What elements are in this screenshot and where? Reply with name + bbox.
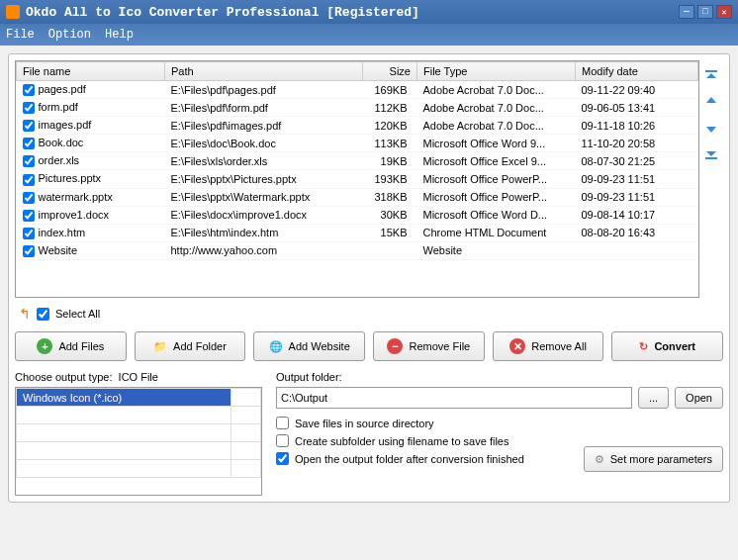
- save-source-checkbox[interactable]: [276, 417, 289, 429]
- remove-all-button[interactable]: ✕Remove All: [493, 331, 604, 361]
- table-row[interactable]: Pictures.pptxE:\Files\pptx\Pictures.pptx…: [17, 170, 698, 188]
- row-checkbox[interactable]: [23, 245, 35, 257]
- output-type-row[interactable]: Windows Icon (*.ico): [17, 389, 261, 407]
- x-icon: ✕: [509, 338, 525, 354]
- table-row[interactable]: improve1.docxE:\Files\docx\improve1.docx…: [17, 206, 698, 224]
- create-subfolder-label: Create subfolder using filename to save …: [295, 435, 508, 447]
- table-row[interactable]: watermark.pptxE:\Files\pptx\Watermark.pp…: [17, 188, 698, 206]
- move-top-icon[interactable]: [703, 68, 719, 84]
- gear-icon: ⚙: [595, 453, 604, 466]
- row-checkbox[interactable]: [23, 210, 35, 222]
- minus-icon: −: [387, 338, 403, 354]
- row-checkbox[interactable]: [23, 192, 35, 204]
- set-more-parameters-button[interactable]: ⚙Set more parameters: [584, 446, 723, 472]
- select-all-label: Select All: [55, 308, 100, 320]
- row-checkbox[interactable]: [23, 138, 35, 149]
- menu-bar: File Option Help: [0, 24, 738, 46]
- add-files-button[interactable]: +Add Files: [15, 331, 127, 361]
- close-button[interactable]: ✕: [716, 5, 732, 19]
- convert-button[interactable]: ↻Convert: [611, 331, 723, 361]
- col-filetype[interactable]: File Type: [417, 62, 576, 81]
- output-type-value: ICO File: [119, 371, 158, 383]
- add-website-button[interactable]: 🌐Add Website: [253, 331, 365, 361]
- window-title: Okdo All to Ico Converter Professional […: [26, 5, 676, 20]
- col-filename[interactable]: File name: [17, 62, 165, 81]
- output-folder-label: Output folder:: [276, 371, 723, 383]
- table-row[interactable]: form.pdfE:\Files\pdf\form.pdf112KBAdobe …: [17, 99, 698, 117]
- folder-icon: 📁: [153, 340, 167, 353]
- app-logo-icon: [6, 5, 20, 19]
- create-subfolder-checkbox[interactable]: [276, 434, 289, 447]
- reorder-buttons: [699, 60, 723, 298]
- file-list[interactable]: File name Path Size File Type Modify dat…: [15, 60, 699, 298]
- output-type-grid[interactable]: Windows Icon (*.ico): [15, 387, 262, 496]
- col-path[interactable]: Path: [165, 62, 363, 81]
- open-button[interactable]: Open: [675, 387, 723, 409]
- move-bottom-icon[interactable]: [703, 145, 719, 161]
- minimize-button[interactable]: —: [679, 5, 694, 19]
- table-row[interactable]: Book.docE:\Files\doc\Book.doc113KBMicros…: [17, 135, 698, 152]
- output-folder-input[interactable]: [276, 387, 632, 409]
- row-checkbox[interactable]: [23, 228, 35, 239]
- menu-help[interactable]: Help: [105, 28, 134, 42]
- convert-icon: ↻: [639, 340, 648, 353]
- table-row[interactable]: pages.pdfE:\Files\pdf\pages.pdf169KBAdob…: [17, 81, 698, 99]
- col-modifydate[interactable]: Modify date: [576, 62, 698, 81]
- move-down-icon[interactable]: [703, 120, 719, 136]
- move-up-icon[interactable]: [703, 94, 719, 110]
- remove-file-button[interactable]: −Remove File: [373, 331, 485, 361]
- table-row[interactable]: Websitehttp://www.yahoo.comWebsite: [17, 241, 698, 259]
- plus-icon: +: [37, 338, 52, 354]
- maximize-button[interactable]: □: [697, 5, 713, 19]
- table-row[interactable]: images.pdfE:\Files\pdf\images.pdf120KBAd…: [17, 117, 698, 135]
- open-after-label: Open the output folder after conversion …: [295, 453, 524, 465]
- select-all-checkbox[interactable]: [37, 308, 49, 321]
- row-checkbox[interactable]: [23, 174, 35, 186]
- up-arrow-icon: ↰: [19, 306, 31, 322]
- add-folder-button[interactable]: 📁Add Folder: [135, 331, 246, 361]
- row-checkbox[interactable]: [23, 155, 35, 167]
- table-row[interactable]: index.htmE:\Files\htm\index.htm15KBChrom…: [17, 224, 698, 241]
- open-after-checkbox[interactable]: [276, 452, 289, 465]
- choose-output-label: Choose output type:: [15, 371, 112, 383]
- browse-button[interactable]: ...: [638, 387, 669, 409]
- table-row[interactable]: order.xlsE:\Files\xls\order.xls19KBMicro…: [17, 152, 698, 170]
- col-size[interactable]: Size: [363, 62, 417, 81]
- title-bar: Okdo All to Ico Converter Professional […: [0, 0, 738, 24]
- row-checkbox[interactable]: [23, 102, 35, 114]
- save-source-label: Save files in source directory: [295, 418, 434, 429]
- row-checkbox[interactable]: [23, 84, 35, 96]
- globe-icon: 🌐: [269, 340, 283, 353]
- row-checkbox[interactable]: [23, 120, 35, 132]
- menu-file[interactable]: File: [6, 28, 35, 42]
- menu-option[interactable]: Option: [48, 28, 91, 42]
